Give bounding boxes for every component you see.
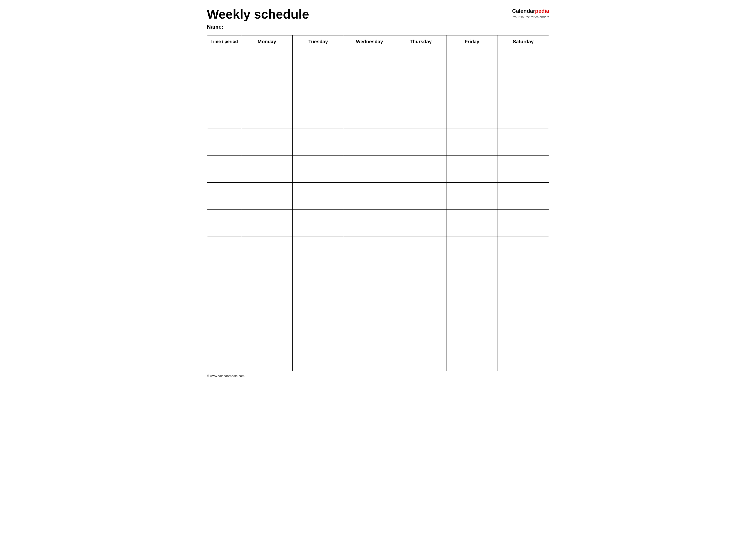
friday-cell[interactable] xyxy=(446,183,498,210)
header-row: Weekly schedule Calendarpedia Your sourc… xyxy=(207,7,549,21)
logo-pedia: pedia xyxy=(535,8,549,14)
friday-cell[interactable] xyxy=(446,344,498,371)
wednesday-cell[interactable] xyxy=(344,75,395,102)
monday-cell[interactable] xyxy=(241,48,293,75)
friday-cell[interactable] xyxy=(446,290,498,317)
monday-cell[interactable] xyxy=(241,344,293,371)
thursday-cell[interactable] xyxy=(395,263,446,290)
col-header-monday: Monday xyxy=(241,35,293,48)
monday-cell[interactable] xyxy=(241,263,293,290)
time-cell[interactable] xyxy=(207,102,241,129)
wednesday-cell[interactable] xyxy=(344,236,395,263)
friday-cell[interactable] xyxy=(446,317,498,344)
tuesday-cell[interactable] xyxy=(292,75,344,102)
saturday-cell[interactable] xyxy=(497,75,549,102)
tuesday-cell[interactable] xyxy=(292,290,344,317)
table-row xyxy=(207,156,549,183)
friday-cell[interactable] xyxy=(446,210,498,236)
wednesday-cell[interactable] xyxy=(344,344,395,371)
monday-cell[interactable] xyxy=(241,156,293,183)
table-row xyxy=(207,263,549,290)
thursday-cell[interactable] xyxy=(395,48,446,75)
wednesday-cell[interactable] xyxy=(344,183,395,210)
saturday-cell[interactable] xyxy=(497,263,549,290)
saturday-cell[interactable] xyxy=(497,317,549,344)
thursday-cell[interactable] xyxy=(395,317,446,344)
time-cell[interactable] xyxy=(207,263,241,290)
monday-cell[interactable] xyxy=(241,102,293,129)
tuesday-cell[interactable] xyxy=(292,236,344,263)
wednesday-cell[interactable] xyxy=(344,129,395,156)
thursday-cell[interactable] xyxy=(395,102,446,129)
friday-cell[interactable] xyxy=(446,102,498,129)
col-header-thursday: Thursday xyxy=(395,35,446,48)
time-cell[interactable] xyxy=(207,290,241,317)
tuesday-cell[interactable] xyxy=(292,156,344,183)
friday-cell[interactable] xyxy=(446,236,498,263)
monday-cell[interactable] xyxy=(241,183,293,210)
saturday-cell[interactable] xyxy=(497,102,549,129)
thursday-cell[interactable] xyxy=(395,210,446,236)
saturday-cell[interactable] xyxy=(497,236,549,263)
monday-cell[interactable] xyxy=(241,75,293,102)
time-cell[interactable] xyxy=(207,48,241,75)
monday-cell[interactable] xyxy=(241,290,293,317)
thursday-cell[interactable] xyxy=(395,344,446,371)
table-row xyxy=(207,75,549,102)
friday-cell[interactable] xyxy=(446,263,498,290)
wednesday-cell[interactable] xyxy=(344,102,395,129)
time-cell[interactable] xyxy=(207,210,241,236)
saturday-cell[interactable] xyxy=(497,183,549,210)
tuesday-cell[interactable] xyxy=(292,102,344,129)
friday-cell[interactable] xyxy=(446,156,498,183)
monday-cell[interactable] xyxy=(241,210,293,236)
thursday-cell[interactable] xyxy=(395,290,446,317)
wednesday-cell[interactable] xyxy=(344,210,395,236)
saturday-cell[interactable] xyxy=(497,48,549,75)
time-cell[interactable] xyxy=(207,236,241,263)
wednesday-cell[interactable] xyxy=(344,48,395,75)
time-cell[interactable] xyxy=(207,75,241,102)
thursday-cell[interactable] xyxy=(395,236,446,263)
friday-cell[interactable] xyxy=(446,75,498,102)
thursday-cell[interactable] xyxy=(395,156,446,183)
friday-cell[interactable] xyxy=(446,129,498,156)
wednesday-cell[interactable] xyxy=(344,317,395,344)
thursday-cell[interactable] xyxy=(395,183,446,210)
monday-cell[interactable] xyxy=(241,236,293,263)
tuesday-cell[interactable] xyxy=(292,129,344,156)
time-cell[interactable] xyxy=(207,183,241,210)
tuesday-cell[interactable] xyxy=(292,317,344,344)
page-container: Weekly schedule Calendarpedia Your sourc… xyxy=(207,7,549,378)
time-cell[interactable] xyxy=(207,317,241,344)
tuesday-cell[interactable] xyxy=(292,344,344,371)
wednesday-cell[interactable] xyxy=(344,263,395,290)
saturday-cell[interactable] xyxy=(497,156,549,183)
time-cell[interactable] xyxy=(207,156,241,183)
page-title: Weekly schedule xyxy=(207,7,309,21)
tuesday-cell[interactable] xyxy=(292,263,344,290)
tuesday-cell[interactable] xyxy=(292,210,344,236)
time-cell[interactable] xyxy=(207,344,241,371)
table-row xyxy=(207,183,549,210)
thursday-cell[interactable] xyxy=(395,129,446,156)
saturday-cell[interactable] xyxy=(497,344,549,371)
wednesday-cell[interactable] xyxy=(344,156,395,183)
col-header-tuesday: Tuesday xyxy=(292,35,344,48)
saturday-cell[interactable] xyxy=(497,129,549,156)
header-row-cols: Time / period Monday Tuesday Wednesday T… xyxy=(207,35,549,48)
table-header: Time / period Monday Tuesday Wednesday T… xyxy=(207,35,549,48)
monday-cell[interactable] xyxy=(241,129,293,156)
saturday-cell[interactable] xyxy=(497,290,549,317)
monday-cell[interactable] xyxy=(241,317,293,344)
tuesday-cell[interactable] xyxy=(292,48,344,75)
tuesday-cell[interactable] xyxy=(292,183,344,210)
schedule-table: Time / period Monday Tuesday Wednesday T… xyxy=(207,35,549,371)
col-header-wednesday: Wednesday xyxy=(344,35,395,48)
friday-cell[interactable] xyxy=(446,48,498,75)
wednesday-cell[interactable] xyxy=(344,290,395,317)
thursday-cell[interactable] xyxy=(395,75,446,102)
saturday-cell[interactable] xyxy=(497,210,549,236)
time-cell[interactable] xyxy=(207,129,241,156)
col-header-friday: Friday xyxy=(446,35,498,48)
